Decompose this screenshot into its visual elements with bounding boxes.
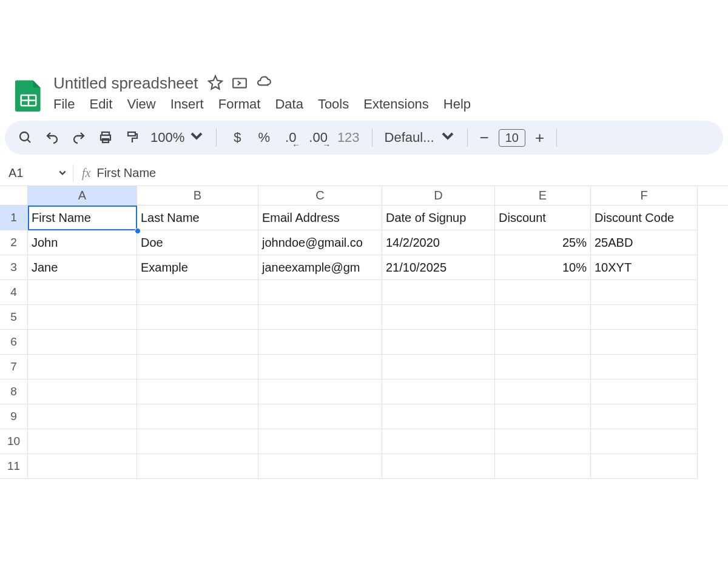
cell[interactable] (137, 330, 258, 355)
percent-button[interactable]: % (255, 127, 272, 149)
cell[interactable] (258, 330, 382, 355)
cell[interactable] (137, 280, 258, 305)
cell[interactable] (382, 330, 495, 355)
column-header-f[interactable]: F (591, 186, 698, 205)
column-header-a[interactable]: A (28, 186, 137, 205)
row-header[interactable]: 5 (0, 305, 28, 330)
cell-c1[interactable]: Email Address (258, 206, 382, 230)
cell[interactable] (382, 404, 495, 429)
cloud-status-icon[interactable] (256, 75, 272, 93)
cell[interactable] (258, 404, 382, 429)
decrease-font-button[interactable]: − (480, 129, 489, 147)
menu-tools[interactable]: Tools (318, 96, 349, 112)
cell[interactable] (28, 404, 137, 429)
cell[interactable] (382, 380, 495, 404)
row-header[interactable]: 1 (0, 206, 28, 230)
column-header-c[interactable]: C (258, 186, 382, 205)
menu-help[interactable]: Help (443, 96, 471, 112)
cell[interactable] (258, 305, 382, 330)
menu-format[interactable]: Format (218, 96, 261, 112)
cell-e2[interactable]: 25% (495, 230, 591, 255)
cell[interactable] (137, 380, 258, 404)
cell[interactable] (137, 429, 258, 454)
menu-data[interactable]: Data (275, 96, 303, 112)
cell[interactable] (382, 305, 495, 330)
cell[interactable] (495, 355, 591, 380)
cell-a2[interactable]: John (28, 230, 137, 255)
cell[interactable] (382, 280, 495, 305)
cell-c2[interactable]: johndoe@gmail.co (258, 230, 382, 255)
cell-d3[interactable]: 21/10/2025 (382, 255, 495, 280)
cell[interactable] (258, 380, 382, 404)
cell-f1[interactable]: Discount Code (591, 206, 698, 230)
menu-edit[interactable]: Edit (89, 96, 112, 112)
column-header-d[interactable]: D (382, 186, 495, 205)
cell[interactable] (591, 355, 698, 380)
print-icon[interactable] (97, 127, 114, 149)
cell[interactable] (28, 429, 137, 454)
cell[interactable] (258, 280, 382, 305)
cell[interactable] (495, 330, 591, 355)
cell[interactable] (495, 305, 591, 330)
document-title[interactable]: Untitled spreadsheet (53, 74, 198, 93)
select-all-corner[interactable] (0, 186, 28, 205)
increase-decimal-button[interactable]: .00 → (309, 127, 328, 149)
cell-d2[interactable]: 14/2/2020 (382, 230, 495, 255)
cell-a1[interactable]: First Name (28, 206, 137, 230)
cell[interactable] (495, 380, 591, 404)
font-size-input[interactable]: 10 (499, 129, 525, 147)
cell[interactable] (495, 429, 591, 454)
font-dropdown[interactable]: Defaul... (385, 129, 455, 147)
row-header[interactable]: 8 (0, 380, 28, 404)
cell[interactable] (591, 429, 698, 454)
cell-d1[interactable]: Date of Signup (382, 206, 495, 230)
cell[interactable] (28, 454, 137, 479)
cell[interactable] (382, 355, 495, 380)
cell[interactable] (258, 355, 382, 380)
move-icon[interactable] (232, 75, 248, 93)
row-header[interactable]: 4 (0, 280, 28, 305)
row-header[interactable]: 3 (0, 255, 28, 280)
zoom-dropdown[interactable]: 100% (150, 129, 204, 147)
decrease-decimal-button[interactable]: .0 ← (282, 127, 299, 149)
cell-a3[interactable]: Jane (28, 255, 137, 280)
row-header[interactable]: 7 (0, 355, 28, 380)
menu-insert[interactable]: Insert (170, 96, 204, 112)
column-header-b[interactable]: B (137, 186, 258, 205)
cell[interactable] (28, 330, 137, 355)
cell-e3[interactable]: 10% (495, 255, 591, 280)
cell[interactable] (495, 404, 591, 429)
redo-icon[interactable] (70, 127, 87, 149)
currency-button[interactable]: $ (229, 127, 246, 149)
cell[interactable] (28, 305, 137, 330)
star-icon[interactable] (207, 75, 223, 93)
number-format-button[interactable]: 123 (337, 127, 360, 149)
row-header[interactable]: 6 (0, 330, 28, 355)
row-header[interactable]: 9 (0, 404, 28, 429)
name-box[interactable]: A1 (0, 166, 73, 180)
cell[interactable] (591, 330, 698, 355)
cell[interactable] (137, 454, 258, 479)
cell[interactable] (28, 380, 137, 404)
menu-extensions[interactable]: Extensions (363, 96, 429, 112)
cell[interactable] (137, 404, 258, 429)
cell[interactable] (258, 429, 382, 454)
cell[interactable] (591, 280, 698, 305)
cell[interactable] (137, 355, 258, 380)
row-header[interactable]: 10 (0, 429, 28, 454)
cell[interactable] (28, 280, 137, 305)
cell[interactable] (591, 404, 698, 429)
cell-e1[interactable]: Discount (495, 206, 591, 230)
menu-file[interactable]: File (53, 96, 75, 112)
cell-c3[interactable]: janeexample@gm (258, 255, 382, 280)
cell-b1[interactable]: Last Name (137, 206, 258, 230)
cell[interactable] (382, 429, 495, 454)
cell[interactable] (258, 454, 382, 479)
cell[interactable] (28, 355, 137, 380)
row-header[interactable]: 11 (0, 454, 28, 479)
formula-input[interactable]: First Name (96, 166, 156, 180)
cell-b2[interactable]: Doe (137, 230, 258, 255)
cell[interactable] (495, 454, 591, 479)
increase-font-button[interactable]: + (535, 129, 544, 147)
cell[interactable] (591, 454, 698, 479)
